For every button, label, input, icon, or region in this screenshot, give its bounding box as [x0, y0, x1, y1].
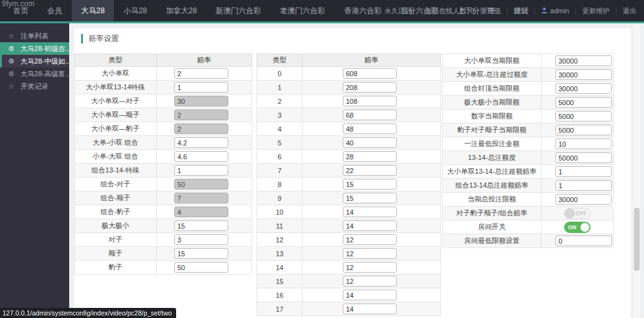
- sidebar-item-0[interactable]: ☆注单列表: [0, 30, 69, 42]
- star-icon: ☆: [8, 80, 16, 93]
- nav-right-item-2[interactable]: 充值: [487, 6, 501, 16]
- odds-type-label: 大小单双: [75, 67, 157, 81]
- odds-input: [174, 96, 228, 106]
- odds-input[interactable]: [343, 276, 397, 287]
- odds-input[interactable]: [343, 68, 397, 79]
- odds-value-cell: [303, 275, 441, 288]
- limit-input[interactable]: [555, 55, 612, 66]
- odds-input[interactable]: [343, 234, 397, 245]
- odds-type-label: 2: [257, 94, 303, 108]
- sidebar-item-2[interactable]: ⚙大马28-中级如...: [0, 55, 69, 67]
- limit-input[interactable]: [555, 139, 612, 149]
- nav-right-item-4[interactable]: admin: [541, 7, 569, 15]
- limit-input[interactable]: [555, 166, 612, 177]
- limit-input[interactable]: [555, 97, 612, 108]
- odds-input[interactable]: [174, 248, 228, 259]
- odds-type-label: 组合-豹子: [75, 205, 157, 219]
- nav-right-item-6[interactable]: 退出: [623, 6, 636, 16]
- limit-input[interactable]: [555, 69, 612, 80]
- sidebar-item-4[interactable]: ☆开奖记录: [0, 80, 69, 93]
- limit-value-cell: [541, 137, 614, 151]
- odds-input[interactable]: [174, 82, 228, 93]
- odds-value-cell: [303, 108, 441, 122]
- odds-type-label: 小单-大双 组合: [75, 150, 157, 164]
- odds-input[interactable]: [174, 165, 228, 176]
- scrollbar-thumb[interactable]: [634, 208, 640, 271]
- odds-input[interactable]: [343, 96, 397, 106]
- gear-icon: ⚙: [8, 55, 16, 67]
- table-row: 大单-小双 组合: [75, 136, 252, 150]
- odds-input[interactable]: [343, 137, 397, 148]
- nav-right-item-3[interactable]: 提现: [514, 6, 528, 16]
- odds-input[interactable]: [343, 248, 397, 259]
- odds-input[interactable]: [343, 151, 397, 162]
- odds-value-cell: [303, 178, 441, 191]
- odds-input[interactable]: [343, 82, 397, 93]
- table-row: 大小单双当期限额: [443, 54, 614, 68]
- odds-value-cell: [303, 219, 441, 233]
- odds-input[interactable]: [343, 165, 397, 176]
- odds-input[interactable]: [174, 220, 228, 231]
- odds-value-cell: [303, 67, 441, 81]
- odds-input[interactable]: [343, 262, 397, 273]
- odds-input[interactable]: [343, 110, 397, 120]
- odds-value-cell: [157, 191, 252, 205]
- scrollbar-track[interactable]: [633, 23, 640, 318]
- limit-label: 组合封顶当期限额: [443, 82, 541, 96]
- odds-input[interactable]: [343, 304, 397, 314]
- odds-value-cell: [303, 94, 441, 108]
- odds-value-cell: [303, 205, 441, 219]
- nav-tab-4[interactable]: 加拿大28: [157, 0, 206, 21]
- sidebar-item-3[interactable]: ⚙大马28-高级富...: [0, 67, 69, 80]
- table-row: 3: [257, 108, 441, 122]
- limit-input[interactable]: [555, 152, 612, 163]
- odds-input[interactable]: [343, 193, 397, 203]
- limit-label: 豹子对子顺子当期限额: [443, 123, 541, 137]
- nav-right-item-5[interactable]: 更新维护: [582, 6, 609, 16]
- odds-value-cell: [157, 150, 252, 164]
- nav-tab-1[interactable]: 会员: [38, 0, 72, 21]
- odds-input[interactable]: [174, 151, 228, 162]
- odds-type-label: 大小单双13-14特殊: [75, 81, 157, 94]
- limit-label: 对子豹子顺子/组合赔率: [443, 207, 541, 220]
- odds-value-cell: [303, 233, 441, 247]
- odds-input[interactable]: [343, 290, 397, 300]
- odds-value-cell: [157, 219, 252, 233]
- odds-input[interactable]: [174, 68, 228, 79]
- odds-value-cell: [157, 261, 252, 275]
- odds-input[interactable]: [174, 262, 228, 273]
- limit-input[interactable]: [555, 125, 612, 135]
- toggle-on[interactable]: ON: [564, 222, 591, 233]
- limit-input[interactable]: [555, 111, 612, 122]
- odds-input[interactable]: [343, 179, 397, 190]
- nav-right-item-0[interactable]: 永久活码: [384, 6, 412, 16]
- toggle-off[interactable]: OFF: [564, 208, 591, 219]
- odds-input[interactable]: [174, 234, 228, 245]
- odds-type-label: 极大极小: [75, 219, 157, 233]
- table-row: 大小单双13-14-总注超额赔率: [443, 165, 614, 179]
- limit-input[interactable]: [555, 194, 612, 205]
- odds-input[interactable]: [343, 220, 397, 231]
- nav-tab-7[interactable]: 香港六合彩: [335, 0, 391, 21]
- nav-tab-3[interactable]: 小马28: [114, 0, 156, 21]
- limit-input[interactable]: [555, 83, 612, 94]
- odds-input[interactable]: [174, 137, 228, 148]
- limit-input[interactable]: [555, 180, 612, 191]
- toggle-on-label: ON: [568, 224, 577, 230]
- nav-tab-6[interactable]: 老澳门六合彩: [270, 0, 335, 21]
- limit-input[interactable]: [555, 236, 612, 246]
- table-row: 9: [257, 191, 441, 205]
- odds-type-label: 5: [257, 136, 303, 150]
- odds-input[interactable]: [343, 207, 397, 217]
- odds-input[interactable]: [343, 123, 397, 134]
- limit-label: 组合13-14总注超额赔率: [443, 179, 541, 193]
- limit-label: 一注最低投注金额: [443, 137, 541, 151]
- nav-right-item-1[interactable]: 会员在线人数: 0: [425, 6, 474, 16]
- table-row: 房间最低限额设置: [443, 234, 614, 248]
- nav-tab-2[interactable]: 大马28: [72, 0, 114, 21]
- nav-tab-5[interactable]: 新澳门六合彩: [206, 0, 270, 21]
- odds-type-label: 17: [257, 302, 303, 316]
- sidebar-item-label: 开奖记录: [21, 82, 48, 91]
- sidebar-item-1[interactable]: ⚙大马28-初级吉...: [0, 42, 69, 55]
- odds-value-cell: [157, 136, 252, 150]
